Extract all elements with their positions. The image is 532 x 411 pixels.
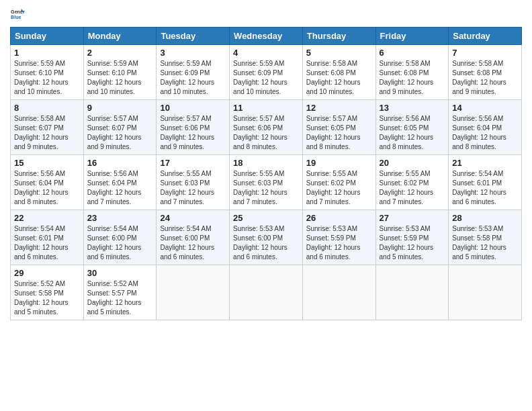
calendar-cell: 17Sunrise: 5:55 AMSunset: 6:03 PMDayligh… [157, 155, 230, 210]
day-number: 7 [452, 48, 518, 58]
calendar-cell: 16Sunrise: 5:56 AMSunset: 6:04 PMDayligh… [83, 155, 157, 210]
calendar-cell [302, 265, 375, 320]
calendar-cell: 8Sunrise: 5:58 AMSunset: 6:07 PMDaylight… [11, 100, 84, 155]
day-info: Sunrise: 5:55 AMSunset: 6:03 PMDaylight:… [160, 169, 226, 207]
calendar-cell: 22Sunrise: 5:54 AMSunset: 6:01 PMDayligh… [11, 210, 84, 265]
day-number: 25 [233, 213, 299, 223]
day-number: 27 [380, 213, 445, 223]
day-info: Sunrise: 5:53 AMSunset: 5:58 PMDaylight:… [452, 224, 518, 262]
day-number: 4 [233, 48, 299, 58]
calendar-week-row: 29Sunrise: 5:52 AMSunset: 5:58 PMDayligh… [11, 265, 522, 320]
day-number: 3 [160, 48, 226, 58]
calendar-cell: 6Sunrise: 5:58 AMSunset: 6:08 PMDaylight… [375, 45, 449, 100]
calendar-week-row: 8Sunrise: 5:58 AMSunset: 6:07 PMDaylight… [11, 100, 522, 155]
day-number: 22 [14, 213, 80, 223]
day-info: Sunrise: 5:58 AMSunset: 6:08 PMDaylight:… [306, 59, 372, 97]
day-info: Sunrise: 5:59 AMSunset: 6:10 PMDaylight:… [87, 59, 153, 97]
day-number: 20 [380, 158, 445, 168]
day-info: Sunrise: 5:54 AMSunset: 6:01 PMDaylight:… [14, 224, 80, 262]
calendar-cell: 7Sunrise: 5:58 AMSunset: 6:08 PMDaylight… [449, 45, 522, 100]
svg-text:General: General [11, 9, 25, 15]
day-info: Sunrise: 5:58 AMSunset: 6:07 PMDaylight:… [14, 114, 80, 152]
calendar-cell: 26Sunrise: 5:53 AMSunset: 5:59 PMDayligh… [302, 210, 375, 265]
calendar-cell: 13Sunrise: 5:56 AMSunset: 6:05 PMDayligh… [375, 100, 449, 155]
day-info: Sunrise: 5:52 AMSunset: 5:57 PMDaylight:… [87, 279, 153, 317]
day-number: 28 [452, 213, 518, 223]
day-number: 13 [380, 103, 445, 113]
day-number: 30 [87, 268, 153, 278]
calendar-cell: 9Sunrise: 5:57 AMSunset: 6:07 PMDaylight… [83, 100, 157, 155]
day-number: 8 [14, 103, 80, 113]
calendar-cell: 5Sunrise: 5:58 AMSunset: 6:08 PMDaylight… [302, 45, 375, 100]
day-number: 1 [14, 48, 80, 58]
calendar-cell: 11Sunrise: 5:57 AMSunset: 6:06 PMDayligh… [230, 100, 303, 155]
calendar-cell: 20Sunrise: 5:55 AMSunset: 6:02 PMDayligh… [375, 155, 449, 210]
logo: General Blue [10, 7, 25, 21]
calendar-cell: 18Sunrise: 5:55 AMSunset: 6:03 PMDayligh… [230, 155, 303, 210]
day-number: 18 [233, 158, 299, 168]
day-of-week-header: Thursday [302, 28, 375, 45]
day-number: 21 [452, 158, 518, 168]
day-info: Sunrise: 5:56 AMSunset: 6:04 PMDaylight:… [87, 169, 153, 207]
calendar-cell: 21Sunrise: 5:54 AMSunset: 6:01 PMDayligh… [449, 155, 522, 210]
day-info: Sunrise: 5:59 AMSunset: 6:09 PMDaylight:… [160, 59, 226, 97]
day-number: 19 [306, 158, 372, 168]
day-info: Sunrise: 5:56 AMSunset: 6:04 PMDaylight:… [452, 114, 518, 152]
calendar-cell: 29Sunrise: 5:52 AMSunset: 5:58 PMDayligh… [11, 265, 84, 320]
day-info: Sunrise: 5:53 AMSunset: 5:59 PMDaylight:… [380, 224, 445, 262]
calendar-header-row: SundayMondayTuesdayWednesdayThursdayFrid… [11, 28, 522, 45]
day-info: Sunrise: 5:55 AMSunset: 6:03 PMDaylight:… [233, 169, 299, 207]
day-info: Sunrise: 5:55 AMSunset: 6:02 PMDaylight:… [306, 169, 372, 207]
day-info: Sunrise: 5:52 AMSunset: 5:58 PMDaylight:… [14, 279, 80, 317]
day-number: 14 [452, 103, 518, 113]
day-of-week-header: Tuesday [157, 28, 230, 45]
calendar-cell: 19Sunrise: 5:55 AMSunset: 6:02 PMDayligh… [302, 155, 375, 210]
day-number: 17 [160, 158, 226, 168]
day-number: 6 [380, 48, 445, 58]
day-info: Sunrise: 5:56 AMSunset: 6:04 PMDaylight:… [14, 169, 80, 207]
day-number: 23 [87, 213, 153, 223]
day-info: Sunrise: 5:57 AMSunset: 6:06 PMDaylight:… [160, 114, 226, 152]
day-info: Sunrise: 5:53 AMSunset: 6:00 PMDaylight:… [233, 224, 299, 262]
calendar-cell: 24Sunrise: 5:54 AMSunset: 6:00 PMDayligh… [157, 210, 230, 265]
day-info: Sunrise: 5:53 AMSunset: 5:59 PMDaylight:… [306, 224, 372, 262]
day-info: Sunrise: 5:55 AMSunset: 6:02 PMDaylight:… [380, 169, 445, 207]
logo-icon: General Blue [10, 7, 25, 21]
day-info: Sunrise: 5:57 AMSunset: 6:05 PMDaylight:… [306, 114, 372, 152]
day-number: 16 [87, 158, 153, 168]
day-number: 24 [160, 213, 226, 223]
day-info: Sunrise: 5:54 AMSunset: 6:00 PMDaylight:… [160, 224, 226, 262]
day-number: 29 [14, 268, 80, 278]
calendar-cell: 14Sunrise: 5:56 AMSunset: 6:04 PMDayligh… [449, 100, 522, 155]
svg-text:Blue: Blue [11, 15, 21, 20]
day-number: 26 [306, 213, 372, 223]
day-info: Sunrise: 5:54 AMSunset: 6:01 PMDaylight:… [452, 169, 518, 207]
calendar-cell [449, 265, 522, 320]
calendar-cell: 25Sunrise: 5:53 AMSunset: 6:00 PMDayligh… [230, 210, 303, 265]
calendar-cell: 27Sunrise: 5:53 AMSunset: 5:59 PMDayligh… [375, 210, 449, 265]
day-of-week-header: Friday [375, 28, 449, 45]
calendar-cell: 12Sunrise: 5:57 AMSunset: 6:05 PMDayligh… [302, 100, 375, 155]
day-of-week-header: Sunday [11, 28, 84, 45]
calendar-week-row: 1Sunrise: 5:59 AMSunset: 6:10 PMDaylight… [11, 45, 522, 100]
day-of-week-header: Monday [83, 28, 157, 45]
day-info: Sunrise: 5:54 AMSunset: 6:00 PMDaylight:… [87, 224, 153, 262]
day-of-week-header: Saturday [449, 28, 522, 45]
day-info: Sunrise: 5:58 AMSunset: 6:08 PMDaylight:… [452, 59, 518, 97]
day-info: Sunrise: 5:59 AMSunset: 6:10 PMDaylight:… [14, 59, 80, 97]
day-of-week-header: Wednesday [230, 28, 303, 45]
day-number: 15 [14, 158, 80, 168]
calendar-cell: 3Sunrise: 5:59 AMSunset: 6:09 PMDaylight… [157, 45, 230, 100]
day-number: 2 [87, 48, 153, 58]
calendar-cell: 23Sunrise: 5:54 AMSunset: 6:00 PMDayligh… [83, 210, 157, 265]
calendar-cell [230, 265, 303, 320]
calendar-cell [157, 265, 230, 320]
calendar-week-row: 22Sunrise: 5:54 AMSunset: 6:01 PMDayligh… [11, 210, 522, 265]
page-header: General Blue [10, 7, 522, 21]
calendar-table: SundayMondayTuesdayWednesdayThursdayFrid… [10, 27, 522, 320]
day-info: Sunrise: 5:57 AMSunset: 6:06 PMDaylight:… [233, 114, 299, 152]
day-number: 12 [306, 103, 372, 113]
calendar-cell: 28Sunrise: 5:53 AMSunset: 5:58 PMDayligh… [449, 210, 522, 265]
day-info: Sunrise: 5:56 AMSunset: 6:05 PMDaylight:… [380, 114, 445, 152]
day-number: 11 [233, 103, 299, 113]
